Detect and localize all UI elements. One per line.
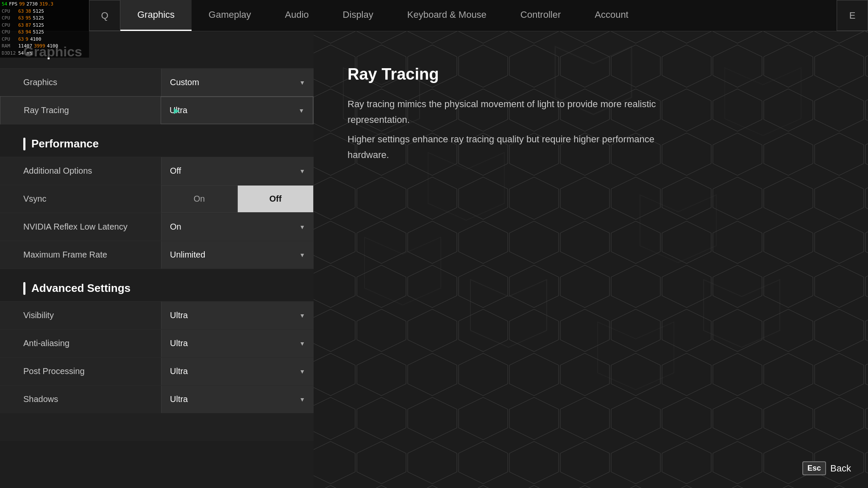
shadows-value: Ultra [170, 394, 188, 404]
anti-aliasing-row: Anti-aliasing Ultra ▼ [0, 329, 314, 357]
max-frame-rate-value: Unlimited [170, 250, 205, 260]
back-label: Back [830, 463, 851, 474]
performance-header: Performance [0, 125, 314, 157]
nav-bar: 54 FPS 99 2730 319.3 CPU 63 38 5125 CPU … [0, 0, 868, 31]
vsync-off-button[interactable]: Off [237, 185, 314, 213]
graphics-preset-value: Custom [170, 78, 199, 87]
graphics-preset-arrow: ▼ [299, 79, 305, 86]
right-panel: Ray Tracing Ray tracing mimics the physi… [314, 31, 868, 488]
more-settings-row [0, 413, 314, 441]
visibility-dropdown[interactable]: Ultra ▼ [161, 302, 314, 329]
max-frame-rate-row: Maximum Frame Rate Unlimited ▼ [0, 241, 314, 269]
q-icon: Q [101, 10, 108, 21]
additional-options-arrow: ▼ [299, 168, 305, 175]
additional-options-value: Off [170, 166, 181, 176]
main-content: Graphics Graphics Custom ▼ Ray Tracing U… [0, 31, 868, 488]
post-processing-label: Post Processing [0, 366, 161, 376]
tab-gameplay[interactable]: Gameplay [192, 0, 268, 31]
ray-tracing-row: Ray Tracing Ultra ▼ ▶ [0, 96, 314, 125]
stat-fps: 54 [2, 1, 7, 8]
performance-section-bar [23, 138, 25, 150]
q-icon-button[interactable]: Q [89, 0, 120, 31]
post-processing-value: Ultra [170, 366, 188, 376]
max-frame-rate-dropdown[interactable]: Unlimited ▼ [161, 241, 314, 269]
anti-aliasing-arrow: ▼ [299, 340, 305, 347]
vsync-label: Vsync [0, 194, 161, 204]
anti-aliasing-dropdown[interactable]: Ultra ▼ [161, 330, 314, 357]
post-processing-arrow: ▼ [299, 368, 305, 375]
tab-graphics[interactable]: Graphics [120, 0, 192, 31]
nvidia-reflex-row: NVIDIA Reflex Low Latency On ▼ [0, 213, 314, 241]
max-frame-rate-label: Maximum Frame Rate [0, 250, 161, 260]
additional-options-row: Additional Options Off ▼ [0, 157, 314, 185]
back-key: Esc [802, 461, 826, 475]
advanced-section-bar [23, 282, 25, 295]
graphics-section: Graphics Custom ▼ Ray Tracing Ultra ▼ ▶ [0, 68, 314, 125]
left-panel: Graphics Graphics Custom ▼ Ray Tracing U… [0, 31, 314, 488]
ray-tracing-label: Ray Tracing [0, 105, 161, 115]
nvidia-reflex-arrow: ▼ [299, 224, 305, 230]
cursor-indicator: ▶ [174, 106, 180, 115]
max-frame-rate-arrow: ▼ [299, 252, 305, 258]
additional-options-label: Additional Options [0, 166, 161, 176]
e-icon-button[interactable]: E [837, 0, 868, 31]
visibility-value: Ultra [170, 311, 188, 320]
vsync-toggle-group: On Off [161, 185, 314, 213]
advanced-title: Advanced Settings [31, 282, 131, 295]
graphics-preset-label: Graphics [0, 78, 161, 87]
shadows-arrow: ▼ [299, 396, 305, 403]
back-button[interactable]: Esc Back [802, 461, 851, 475]
tab-display[interactable]: Display [326, 0, 390, 31]
performance-title: Performance [31, 137, 99, 150]
ray-tracing-arrow: ▼ [298, 107, 304, 114]
visibility-label: Visibility [0, 311, 161, 320]
advanced-section: Advanced Settings Visibility Ultra ▼ Ant… [0, 269, 314, 441]
post-processing-dropdown[interactable]: Ultra ▼ [161, 358, 314, 385]
graphics-preset-row: Graphics Custom ▼ [0, 68, 314, 96]
info-title: Ray Tracing [348, 65, 834, 83]
tab-audio[interactable]: Audio [268, 0, 326, 31]
nvidia-reflex-dropdown[interactable]: On ▼ [161, 213, 314, 241]
tab-controller[interactable]: Controller [504, 0, 578, 31]
info-description-line2: Higher settings enhance ray tracing qual… [348, 131, 687, 163]
ray-tracing-dropdown[interactable]: Ultra ▼ ▶ [161, 97, 313, 124]
e-icon: E [849, 10, 856, 21]
nav-spacer [645, 0, 837, 31]
visibility-arrow: ▼ [299, 312, 305, 319]
visibility-row: Visibility Ultra ▼ [0, 301, 314, 329]
performance-section: Performance Additional Options Off ▼ Vsy… [0, 125, 314, 269]
vsync-on-button[interactable]: On [161, 185, 237, 213]
anti-aliasing-label: Anti-aliasing [0, 338, 161, 348]
tab-keyboard-mouse[interactable]: Keyboard & Mouse [390, 0, 504, 31]
shadows-dropdown[interactable]: Ultra ▼ [161, 385, 314, 413]
post-processing-row: Post Processing Ultra ▼ [0, 357, 314, 385]
tab-account[interactable]: Account [578, 0, 645, 31]
vsync-row: Vsync On Off [0, 185, 314, 213]
additional-options-dropdown[interactable]: Off ▼ [161, 157, 314, 185]
shadows-label: Shadows [0, 394, 161, 404]
info-description-line1: Ray tracing mimics the physical movement… [348, 96, 687, 128]
advanced-header: Advanced Settings [0, 269, 314, 301]
shadows-row: Shadows Ultra ▼ [0, 385, 314, 413]
nvidia-reflex-value: On [170, 222, 181, 232]
graphics-preset-dropdown[interactable]: Custom ▼ [161, 69, 314, 96]
anti-aliasing-value: Ultra [170, 338, 188, 348]
overlay-stats: 54 FPS 99 2730 319.3 CPU 63 38 5125 CPU … [0, 0, 89, 58]
nvidia-reflex-label: NVIDIA Reflex Low Latency [0, 222, 161, 232]
